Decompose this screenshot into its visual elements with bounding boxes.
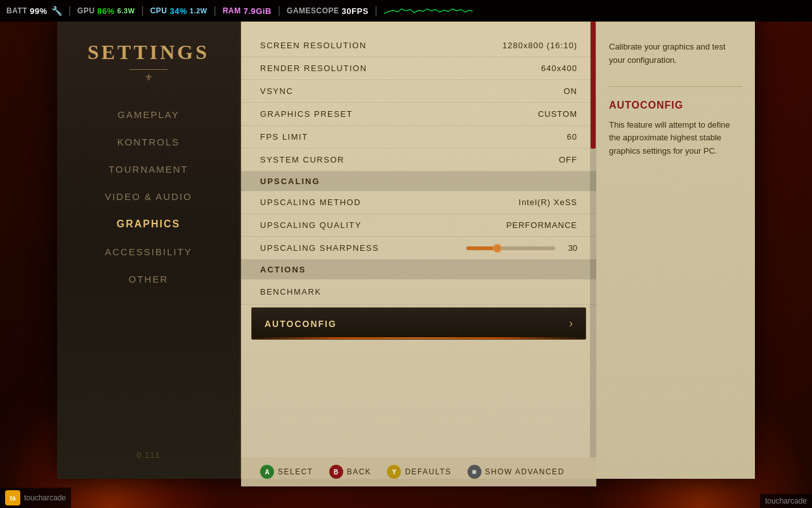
fps-limit-label: FPS LIMIT xyxy=(260,132,308,142)
vsync-label: VSYNC xyxy=(260,86,293,96)
autoconfig-row[interactable]: AUTOCONFIG › xyxy=(251,307,586,340)
autoconfig-info-description: This feature will attempt to define the … xyxy=(609,119,742,158)
performance-graph xyxy=(384,4,473,18)
ctrl-show-advanced: ⊞ SHOW ADVANCED xyxy=(468,465,565,479)
info-description: Calibrate your graphics and test your co… xyxy=(609,41,742,67)
back-label: BACK xyxy=(347,467,372,476)
sidebar-item-gameplay[interactable]: GAMEPLAY xyxy=(57,102,240,128)
show-advanced-label: SHOW ADVANCED xyxy=(485,467,565,476)
autoconfig-chevron-icon: › xyxy=(569,317,573,330)
info-divider xyxy=(609,86,742,87)
screen-resolution-label: SCREEN RESOLUTION xyxy=(260,41,367,50)
gpu-label: GPU xyxy=(77,6,95,15)
autoconfig-info-title: AUTOCONFIG xyxy=(609,100,742,111)
sidebar-item-other[interactable]: OTHER xyxy=(57,266,240,292)
ram-value: 7.9GiB xyxy=(244,6,272,16)
sep3: | xyxy=(214,5,216,17)
graphics-preset-value: CUSTOM xyxy=(538,109,577,119)
gamescope-label: GAMESCOPE xyxy=(287,6,339,15)
system-cursor-value: OFF xyxy=(559,155,577,164)
b-button[interactable]: B xyxy=(329,465,343,479)
ctrl-back: B BACK xyxy=(329,465,372,479)
upscaling-quality-value: PERFORMANCE xyxy=(506,220,577,230)
hud-bar: BATT 99% 🔧 | GPU 86% 6.3W | CPU 34% 1.2W… xyxy=(0,0,812,22)
controller-bar: A SELECT B BACK Y DEFAULTS ⊞ SHOW ADVANC… xyxy=(241,457,596,486)
scroll-thumb[interactable] xyxy=(591,22,596,149)
settings-title: SETTINGS xyxy=(88,41,209,64)
watermark-right-text: toucharcade xyxy=(765,497,807,505)
gpu-watts: 6.3W xyxy=(117,7,135,15)
info-panel: Calibrate your graphics and test your co… xyxy=(596,22,755,479)
sharpness-slider-track[interactable] xyxy=(466,246,555,250)
screen-resolution-value: 812x508 (16:10) xyxy=(502,41,577,50)
render-resolution-label: RENDER RESOLUTION xyxy=(260,64,367,73)
ctrl-defaults: Y DEFAULTS xyxy=(387,465,451,479)
sep5: | xyxy=(375,5,377,17)
screen-resolution-row[interactable]: SCREEN RESOLUTION 812x508 (16:10) xyxy=(241,34,596,57)
sidebar-item-kontrols[interactable]: KONTROLS xyxy=(57,129,240,155)
fps-limit-row[interactable]: FPS LIMIT 60 xyxy=(241,126,596,149)
nav-items: GAMEPLAY KONTROLS TOURNAMENT VIDEO & AUD… xyxy=(57,102,240,292)
sharpness-slider-thumb[interactable] xyxy=(493,244,502,253)
sidebar-item-accessibility[interactable]: ACCESSIBILITY xyxy=(57,239,240,265)
batt-label: BATT xyxy=(6,6,27,15)
batt-value: 99% xyxy=(30,6,48,16)
system-cursor-row[interactable]: SYSTEM CURSOR OFF xyxy=(241,149,596,171)
actions-header: ACTIONS xyxy=(241,260,596,279)
watermark-left: ta toucharcade xyxy=(0,488,71,508)
graphics-preset-row[interactable]: GRAPHICS PRESET CUSTOM xyxy=(241,103,596,126)
watermark-left-text: toucharcade xyxy=(24,493,66,502)
gpu-value: 86% xyxy=(97,6,115,16)
upscaling-sharpness-row[interactable]: UPSCALING SHARPNESS 30 xyxy=(241,237,596,260)
watermark-right: toucharcade xyxy=(760,494,812,508)
title-divider-top xyxy=(129,69,167,70)
upscaling-quality-label: UPSCALING QUALITY xyxy=(260,220,362,230)
fps-limit-value: 60 xyxy=(567,132,577,142)
render-resolution-value: 640x400 xyxy=(541,64,577,73)
defaults-label: DEFAULTS xyxy=(405,467,451,476)
benchmark-row[interactable]: BENCHMARK xyxy=(241,279,596,305)
sep2: | xyxy=(141,5,144,17)
sharpness-slider-container: 30 xyxy=(466,243,577,253)
cpu-label: CPU xyxy=(150,6,167,15)
upscaling-method-row[interactable]: UPSCALING METHOD Intel(R) XeSS xyxy=(241,191,596,214)
version-text: 0.111 xyxy=(136,450,160,460)
sidebar-item-video-audio[interactable]: VIDEO & AUDIO xyxy=(57,184,240,210)
upscaling-sharpness-label: UPSCALING SHARPNESS xyxy=(260,243,379,253)
graphics-preset-label: GRAPHICS PRESET xyxy=(260,109,353,119)
toucharcade-icon: ta xyxy=(5,490,20,505)
sidebar: SETTINGS ⚜ GAMEPLAY KONTROLS TOURNAMENT … xyxy=(57,22,241,479)
ctrl-select: A SELECT xyxy=(260,465,313,479)
vsync-value: ON xyxy=(564,86,578,96)
scrollbar[interactable] xyxy=(590,22,596,479)
benchmark-label: BENCHMARK xyxy=(260,287,322,297)
y-button[interactable]: Y xyxy=(387,465,401,479)
advanced-button[interactable]: ⊞ xyxy=(468,465,481,479)
gamescope-fps: 30FPS xyxy=(342,6,369,16)
main-content: SCREEN RESOLUTION 812x508 (16:10) RENDE… xyxy=(241,22,596,479)
cpu-watts: 1.2W xyxy=(190,7,207,15)
title-ornament: ⚜ xyxy=(145,72,153,83)
sep4: | xyxy=(278,5,280,17)
upscaling-quality-row[interactable]: UPSCALING QUALITY PERFORMANCE xyxy=(241,214,596,237)
sidebar-item-graphics[interactable]: GRAPHICS xyxy=(57,211,240,237)
upscaling-header: UPSCALING xyxy=(241,171,596,191)
upscaling-method-value: Intel(R) XeSS xyxy=(519,197,577,207)
sep1: | xyxy=(69,5,71,17)
cpu-value: 34% xyxy=(170,6,188,16)
ram-label: RAM xyxy=(223,6,241,15)
vsync-row[interactable]: VSYNC ON xyxy=(241,80,596,103)
render-resolution-row[interactable]: RENDER RESOLUTION 640x400 xyxy=(241,57,596,80)
wrench-icon: 🔧 xyxy=(51,6,62,16)
a-button[interactable]: A xyxy=(260,465,274,479)
sidebar-item-tournament[interactable]: TOURNAMENT xyxy=(57,156,240,182)
sharpness-slider-value: 30 xyxy=(561,243,577,253)
select-label: SELECT xyxy=(278,467,313,476)
upscaling-method-label: UPSCALING METHOD xyxy=(260,197,361,207)
system-cursor-label: SYSTEM CURSOR xyxy=(260,155,344,164)
autoconfig-label: AUTOCONFIG xyxy=(265,319,337,329)
